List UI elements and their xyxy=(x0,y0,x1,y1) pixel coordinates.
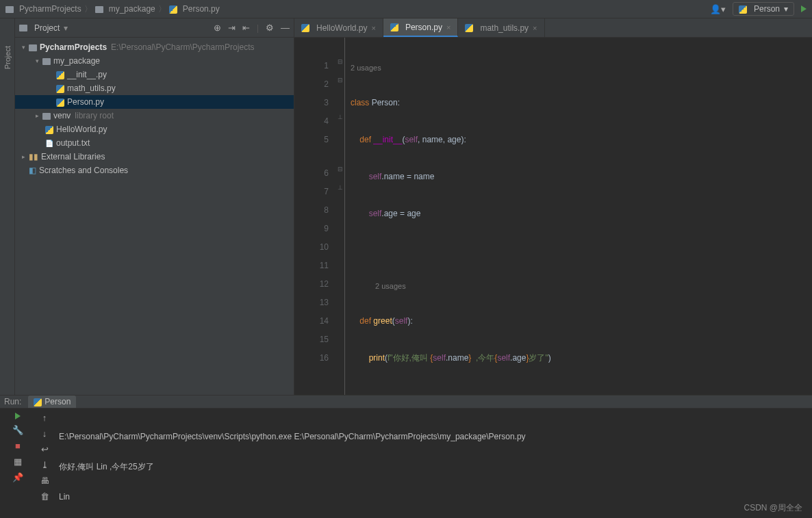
layout-icon[interactable]: ▦ xyxy=(14,456,22,467)
topbar: PycharmProjects 〉 my_package 〉 Person.py… xyxy=(0,0,812,18)
usages-hint[interactable]: 2 usages xyxy=(345,60,812,75)
close-icon[interactable]: × xyxy=(446,23,451,31)
python-icon xyxy=(465,23,476,33)
run-content: 🔧 ■ ▦ 📌 ↑ ↓ ↩ ⤓ 🖶 🗑 E:\Personal\PyCharm\… xyxy=(0,409,812,518)
tree-root[interactable]: ▾ PycharmProjects E:\Personal\PyCharm\Py… xyxy=(15,40,294,54)
main-area: Project Project ▾ ⊕ ⇥ ⇤ | ⚙ — ▾ PycharmP… xyxy=(0,18,812,395)
sidebar-title[interactable]: Project xyxy=(34,23,60,33)
project-icon xyxy=(19,23,30,33)
breadcrumb-sep-icon: 〉 xyxy=(84,3,92,15)
run-tab-name: Person xyxy=(45,397,71,406)
chevron-right-icon[interactable]: ▸ xyxy=(36,112,42,119)
tree-file-init[interactable]: __init__.py xyxy=(15,68,294,81)
close-icon[interactable]: × xyxy=(371,24,375,32)
python-icon xyxy=(390,23,401,32)
user-icon[interactable]: 👤▾ xyxy=(710,4,726,14)
console-output[interactable]: E:\Personal\PyCharm\PycharmProjects\venv… xyxy=(53,409,812,518)
chevron-down-icon: ▾ xyxy=(784,4,788,14)
project-sidebar: Project ▾ ⊕ ⇥ ⇤ | ⚙ — ▾ PycharmProjects … xyxy=(15,18,294,395)
hide-icon[interactable]: — xyxy=(281,23,290,33)
run-config-selector[interactable]: Person ▾ xyxy=(733,2,794,16)
tree-label: math_utils.py xyxy=(67,83,116,93)
folder-icon xyxy=(95,4,106,14)
library-icon: ▮▮ xyxy=(29,152,38,161)
gear-icon[interactable]: ⚙ xyxy=(266,23,274,33)
code-area[interactable]: 12345 678910111213141516 ⊟⊟⊥ ⊟⊥ 2 usages… xyxy=(294,38,812,395)
breadcrumb-file[interactable]: Person.py xyxy=(183,4,220,14)
project-tool-label[interactable]: Project xyxy=(3,46,12,69)
tree-file-hello[interactable]: HelloWorld.py xyxy=(15,122,294,136)
tree-root-label: PycharmProjects xyxy=(40,42,107,52)
tree-file-math[interactable]: math_utils.py xyxy=(15,81,294,95)
tree-venv[interactable]: ▸ venv library root xyxy=(15,109,294,122)
usages-hint[interactable]: 2 usages xyxy=(345,279,812,294)
run-button[interactable] xyxy=(801,5,807,12)
stop-button[interactable]: ■ xyxy=(15,441,21,451)
tree-package[interactable]: ▾ my_package xyxy=(15,54,294,68)
tree-label: my_package xyxy=(53,56,100,66)
tree-file-person[interactable]: Person.py xyxy=(15,95,294,109)
watermark: CSDN @周全全 xyxy=(744,502,802,514)
select-opened-icon[interactable]: ⊕ xyxy=(214,23,221,33)
python-icon xyxy=(301,23,312,33)
tab-person[interactable]: Person.py× xyxy=(383,18,458,37)
run-config-name: Person xyxy=(754,4,780,14)
tree-external[interactable]: ▸ ▮▮ External Libraries xyxy=(15,150,294,164)
python-icon xyxy=(56,83,67,93)
tree-scratches[interactable]: ◧ Scratches and Consoles xyxy=(15,164,294,177)
tree-label: External Libraries xyxy=(41,152,105,161)
usages-hint xyxy=(294,42,329,57)
wrench-icon[interactable]: 🔧 xyxy=(12,425,23,435)
folder-icon xyxy=(29,42,40,52)
down-arrow-icon[interactable]: ↓ xyxy=(42,428,47,439)
tab-label: math_utils.py xyxy=(480,23,529,33)
python-icon xyxy=(34,397,45,406)
run-toolbar-left: 🔧 ■ ▦ 📌 xyxy=(0,409,36,518)
run-toolbar-inner: ↑ ↓ ↩ ⤓ 🖶 🗑 xyxy=(36,409,53,518)
tab-math[interactable]: math_utils.py× xyxy=(458,18,544,37)
sidebar-header: Project ▾ ⊕ ⇥ ⇤ | ⚙ — xyxy=(15,18,294,38)
breadcrumb[interactable]: PycharmProjects 〉 my_package 〉 Person.py xyxy=(5,3,220,15)
tree-label: venv xyxy=(53,111,71,120)
trash-icon[interactable]: 🗑 xyxy=(40,491,49,502)
run-panel: Run: Person 🔧 ■ ▦ 📌 ↑ ↓ ↩ ⤓ 🖶 🗑 E:\Perso… xyxy=(0,395,812,518)
python-icon xyxy=(169,4,180,14)
console-line: Lin xyxy=(59,489,807,504)
tree-label: Person.py xyxy=(67,97,104,107)
tree-file-output[interactable]: output.txt xyxy=(15,136,294,150)
breadcrumb-sep-icon: 〉 xyxy=(158,3,166,15)
pin-icon[interactable]: 📌 xyxy=(12,472,23,482)
expand-icon[interactable]: ⇥ xyxy=(228,23,236,33)
fold-bar[interactable]: ⊟⊟⊥ ⊟⊥ xyxy=(335,38,345,395)
tree-label: __init__.py xyxy=(67,70,107,79)
text-file-icon xyxy=(45,138,56,148)
up-arrow-icon[interactable]: ↑ xyxy=(42,413,47,423)
code-body[interactable]: 2 usages class Person: def __init__(self… xyxy=(345,38,812,395)
folder-icon xyxy=(42,56,53,66)
scroll-end-icon[interactable]: ⤓ xyxy=(41,460,49,470)
breadcrumb-root[interactable]: PycharmProjects xyxy=(19,4,81,14)
run-label: Run: xyxy=(4,397,21,406)
breadcrumb-pkg[interactable]: my_package xyxy=(109,4,155,14)
tab-hello[interactable]: HelloWorld.py× xyxy=(294,18,383,37)
chevron-down-icon[interactable]: ▾ xyxy=(36,57,42,64)
project-tree[interactable]: ▾ PycharmProjects E:\Personal\PyCharm\Py… xyxy=(15,38,294,395)
run-tab[interactable]: Person xyxy=(28,396,76,408)
soft-wrap-icon[interactable]: ↩ xyxy=(41,444,49,454)
console-line: E:\Personal\PyCharm\PycharmProjects\venv… xyxy=(59,429,807,444)
tree-note: library root xyxy=(75,111,114,120)
folder-icon xyxy=(42,111,53,120)
tree-label: Scratches and Consoles xyxy=(39,166,128,175)
line-gutter: 12345 678910111213141516 xyxy=(294,38,335,395)
print-icon[interactable]: 🖶 xyxy=(40,476,49,486)
scratch-icon: ◧ xyxy=(29,166,36,175)
python-icon xyxy=(45,125,56,134)
toolbar-right: 👤▾ Person ▾ xyxy=(710,2,807,16)
collapse-icon[interactable]: ⇤ xyxy=(242,23,250,33)
chevron-right-icon[interactable]: ▸ xyxy=(22,153,29,160)
chevron-down-icon[interactable]: ▾ xyxy=(64,23,68,33)
close-icon[interactable]: × xyxy=(533,24,537,32)
rerun-button[interactable] xyxy=(15,413,21,419)
chevron-down-icon[interactable]: ▾ xyxy=(22,44,29,51)
folder-icon xyxy=(5,4,16,14)
